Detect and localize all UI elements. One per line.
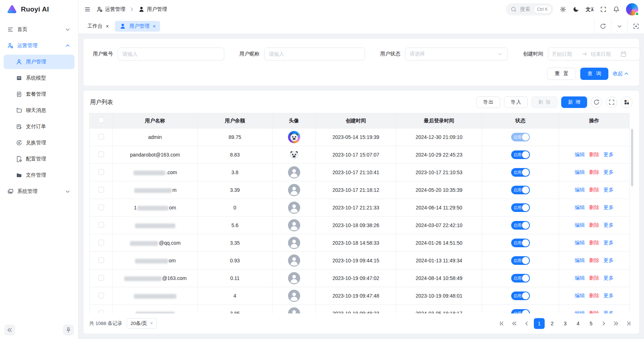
delete-link[interactable]: 删除 xyxy=(589,222,599,228)
page-3-button[interactable]: 3 xyxy=(560,318,571,329)
status-toggle[interactable]: 启用 xyxy=(511,186,530,194)
more-link[interactable]: 更多 xyxy=(604,310,614,313)
nickname-input[interactable] xyxy=(269,51,360,57)
notifications-bell-icon[interactable] xyxy=(613,6,620,13)
tab-user-management[interactable]: 用户管理 × xyxy=(115,21,160,32)
row-checkbox[interactable] xyxy=(98,222,104,228)
account-input[interactable] xyxy=(122,51,220,57)
sidebar-item-config-management[interactable]: 配置管理 xyxy=(4,152,75,166)
delete-link[interactable]: 删除 xyxy=(589,293,599,298)
more-link[interactable]: 更多 xyxy=(604,293,614,298)
content-fullscreen-icon[interactable] xyxy=(627,19,644,33)
page-1-button[interactable]: 1 xyxy=(534,318,545,329)
tab-menu-chevron-icon[interactable] xyxy=(611,19,627,33)
breadcrumb-user-management[interactable]: 用户管理 xyxy=(138,6,167,13)
delete-link[interactable]: 删除 xyxy=(589,257,599,263)
last-page-button[interactable] xyxy=(623,318,633,329)
edit-link[interactable]: 编辑 xyxy=(575,187,585,193)
close-icon[interactable]: × xyxy=(153,24,156,29)
user-avatar[interactable] xyxy=(626,3,638,15)
delete-link[interactable]: 删除 xyxy=(589,204,599,210)
row-checkbox[interactable] xyxy=(98,152,104,157)
jump-forward-button[interactable] xyxy=(611,318,621,329)
global-search[interactable]: 搜索 Ctrl K xyxy=(506,3,553,15)
more-link[interactable]: 更多 xyxy=(604,204,614,210)
more-link[interactable]: 更多 xyxy=(604,222,614,228)
sidebar-item-file-management[interactable]: 文件管理 xyxy=(4,168,75,182)
status-toggle[interactable]: 启用 xyxy=(511,291,530,300)
delete-button[interactable]: 删 除 xyxy=(531,96,557,108)
status-toggle[interactable]: 启用 xyxy=(511,168,530,177)
status-toggle[interactable]: 启用 xyxy=(511,309,530,313)
hamburger-menu-icon[interactable] xyxy=(84,6,91,13)
first-page-button[interactable] xyxy=(497,318,507,329)
select-all-checkbox[interactable] xyxy=(98,117,104,123)
row-checkbox[interactable] xyxy=(98,134,104,140)
more-link[interactable]: 更多 xyxy=(604,169,614,175)
import-button[interactable]: 导入 xyxy=(504,96,528,108)
edit-link[interactable]: 编辑 xyxy=(575,275,585,281)
more-link[interactable]: 更多 xyxy=(604,275,614,281)
export-button[interactable]: 导出 xyxy=(476,96,500,108)
search-button[interactable]: 查 询 xyxy=(580,68,608,80)
edit-link[interactable]: 编辑 xyxy=(575,169,585,175)
more-link[interactable]: 更多 xyxy=(604,187,614,193)
row-checkbox[interactable] xyxy=(98,169,104,175)
edit-link[interactable]: 编辑 xyxy=(575,222,585,228)
more-link[interactable]: 更多 xyxy=(604,240,614,245)
next-page-button[interactable] xyxy=(599,318,609,329)
sidebar-pin-button[interactable] xyxy=(63,325,74,335)
edit-link[interactable]: 编辑 xyxy=(575,310,585,313)
edit-link[interactable]: 编辑 xyxy=(575,257,585,263)
collapse-filters-link[interactable]: 收起 xyxy=(613,71,630,77)
page-5-button[interactable]: 5 xyxy=(586,318,596,329)
status-toggle[interactable]: 启用 xyxy=(511,221,530,230)
page-2-button[interactable]: 2 xyxy=(547,318,558,329)
delete-link[interactable]: 删除 xyxy=(589,169,599,175)
status-toggle[interactable]: 启用 xyxy=(511,239,530,247)
breadcrumb-operations[interactable]: 运营管理 xyxy=(96,6,125,13)
column-settings-icon[interactable] xyxy=(621,96,632,108)
row-checkbox[interactable] xyxy=(98,204,104,210)
status-toggle[interactable]: 启用 xyxy=(511,150,530,159)
refresh-table-icon[interactable] xyxy=(591,96,602,108)
status-toggle[interactable]: 启用 xyxy=(511,203,530,212)
sidebar-item-package-management[interactable]: 套餐管理 xyxy=(4,87,75,101)
add-button[interactable]: 新 增 xyxy=(561,96,587,108)
end-date-input[interactable] xyxy=(591,51,617,57)
table-scrollbar[interactable] xyxy=(631,129,633,186)
row-checkbox[interactable] xyxy=(98,275,104,281)
edit-link[interactable]: 编辑 xyxy=(575,240,585,245)
sidebar-item-home[interactable]: 首页 xyxy=(4,22,75,37)
edit-link[interactable]: 编辑 xyxy=(575,293,585,298)
row-checkbox[interactable] xyxy=(98,257,104,263)
row-checkbox[interactable] xyxy=(98,240,104,245)
sidebar-item-system-management[interactable]: 系统管理 xyxy=(4,184,75,199)
close-icon[interactable]: × xyxy=(106,24,109,29)
app-logo[interactable]: Ruoyi AI xyxy=(0,0,78,19)
row-checkbox[interactable] xyxy=(98,187,104,193)
sidebar-item-system-model[interactable]: 系统模型 xyxy=(4,71,75,85)
tab-workbench[interactable]: 工作台 × xyxy=(83,21,113,32)
page-4-button[interactable]: 4 xyxy=(573,318,584,329)
delete-link[interactable]: 删除 xyxy=(589,275,599,281)
language-icon[interactable]: 文A xyxy=(586,7,594,12)
delete-link[interactable]: 删除 xyxy=(589,240,599,245)
sidebar-item-chat-messages[interactable]: 聊天消息 xyxy=(4,103,75,118)
status-toggle[interactable]: 启用 xyxy=(511,274,530,282)
delete-link[interactable]: 删除 xyxy=(589,187,599,193)
page-size-select[interactable]: 20条/页 xyxy=(127,318,157,329)
more-link[interactable]: 更多 xyxy=(604,152,614,157)
reset-button[interactable]: 重 置 xyxy=(547,68,576,80)
jump-back-button[interactable] xyxy=(509,318,519,329)
edit-link[interactable]: 编辑 xyxy=(575,204,585,210)
sidebar-item-redeem-management[interactable]: 兑换管理 xyxy=(4,136,75,150)
sidebar-collapse-button[interactable] xyxy=(4,325,15,335)
delete-link[interactable]: 删除 xyxy=(589,152,599,157)
sidebar-item-operations[interactable]: 运营管理 xyxy=(4,39,75,53)
sidebar-item-user-management[interactable]: 用户管理 xyxy=(4,55,75,69)
row-checkbox[interactable] xyxy=(98,310,104,314)
more-link[interactable]: 更多 xyxy=(604,257,614,263)
prev-page-button[interactable] xyxy=(522,318,532,329)
start-date-input[interactable] xyxy=(552,51,578,57)
